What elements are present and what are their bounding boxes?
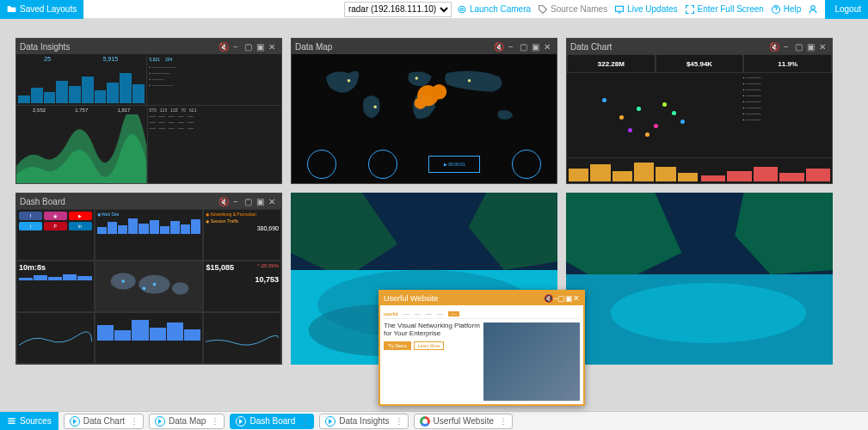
minimize-icon[interactable]: − (230, 40, 242, 52)
svg-point-9 (416, 77, 419, 80)
host-select[interactable]: radar (192.168.111.10) (344, 2, 452, 17)
more-icon[interactable]: ⋮ (211, 416, 219, 426)
panel-title: Dash Board (20, 197, 218, 206)
user-button[interactable] (808, 4, 818, 15)
panel-data-map[interactable]: Data Map 🔇 − ▢ ▣ ✕ (291, 38, 557, 184)
mute-icon[interactable]: 🔇 (768, 40, 780, 52)
mute-icon[interactable]: 🔇 (218, 40, 230, 52)
counter-widget: ▶ 00:00:01 (428, 156, 480, 173)
panel-body: 322.28M $45.94K 11.9% ▪ ─────▪ ─── (567, 54, 832, 183)
window-icon[interactable]: ▢ (242, 195, 254, 207)
svg-point-4 (811, 5, 816, 9)
saved-layouts-button[interactable]: Saved Layouts (0, 0, 83, 19)
source-pill-userful-website[interactable]: Userful Website⋮ (414, 414, 513, 429)
maximize-icon[interactable]: ▣ (804, 40, 816, 52)
source-names-button[interactable]: Source Names (538, 4, 607, 15)
window-icon[interactable]: ▢ (792, 40, 804, 52)
monitor-icon (614, 4, 625, 15)
panel-body: ▶ 00:00:01 (292, 54, 557, 183)
maximize-icon[interactable]: ▣ (565, 294, 573, 303)
stat-value: $45.94K (656, 54, 744, 73)
maximize-icon[interactable]: ▣ (254, 40, 266, 52)
layout-canvas[interactable]: Data Insights 🔇 − ▢ ▣ ✕ 25 5,915 5,82120… (0, 19, 868, 411)
svg-point-1 (460, 8, 463, 10)
stat-value: 322.28M (567, 54, 656, 73)
svg-point-17 (142, 287, 145, 291)
svg-rect-31 (8, 423, 15, 424)
window-icon[interactable]: ▢ (517, 40, 529, 52)
play-icon (70, 416, 80, 427)
close-icon[interactable]: ✕ (266, 40, 278, 52)
svg-point-6 (432, 84, 447, 100)
mute-icon[interactable]: 🔇 (218, 195, 230, 207)
saved-layouts-label: Saved Layouts (20, 4, 77, 14)
fullscreen-button[interactable]: Enter Full Screen (685, 4, 764, 15)
play-icon (325, 416, 336, 427)
svg-point-28 (611, 283, 806, 343)
svg-point-7 (415, 97, 427, 109)
logout-button[interactable]: Logout (825, 0, 868, 19)
close-icon[interactable]: ✕ (266, 195, 278, 207)
mute-icon[interactable]: 🔇 (493, 40, 505, 52)
more-icon[interactable]: ⋮ (300, 416, 308, 426)
window-icon[interactable]: ▢ (557, 294, 565, 303)
cta-secondary[interactable]: Learn More (414, 341, 445, 350)
svg-point-11 (373, 106, 377, 109)
minimize-icon[interactable]: − (780, 40, 792, 52)
more-icon[interactable]: ⋮ (499, 416, 507, 426)
window-icon[interactable]: ▢ (242, 40, 254, 52)
scenic-image (566, 193, 833, 365)
close-icon[interactable]: ✕ (573, 294, 580, 303)
camera-icon (457, 4, 467, 15)
launch-camera-button[interactable]: Launch Camera (457, 4, 531, 15)
maximize-icon[interactable]: ▣ (254, 195, 266, 207)
globe-widget (307, 150, 336, 179)
more-icon[interactable]: ⋮ (395, 416, 403, 426)
panel-data-chart[interactable]: Data Chart 🔇 − ▢ ▣ ✕ 322.28M $45.94K 11.… (566, 38, 833, 184)
folder-icon (7, 4, 16, 14)
source-pill-data-chart[interactable]: Data Chart⋮ (64, 414, 144, 429)
panel-lake-2[interactable] (566, 193, 833, 365)
globe-widget (368, 150, 397, 179)
live-updates-button[interactable]: Live Updates (614, 4, 677, 15)
mute-icon[interactable]: 🔇 (544, 294, 553, 303)
panel-userful-website[interactable]: Userful Website 🔇 − ▢ ▣ ✕ userful───────… (379, 290, 585, 406)
source-pill-data-insights[interactable]: Data Insights⋮ (319, 414, 408, 429)
chrome-icon (420, 416, 430, 427)
source-pill-data-map[interactable]: Data Map⋮ (149, 414, 225, 429)
panel-title: Data Chart (570, 42, 768, 52)
help-button[interactable]: Help (771, 4, 802, 15)
close-icon[interactable]: ✕ (816, 40, 828, 52)
cta-primary[interactable]: Try Demo (384, 341, 411, 350)
gauge-widget (512, 150, 541, 179)
sources-tab[interactable]: Sources (0, 412, 58, 431)
svg-point-14 (172, 282, 188, 294)
panel-title: Userful Website (384, 294, 544, 303)
legend: ▪ ─────▪ ─────▪ ─────▪ ─────▪ ─────▪ ───… (742, 73, 832, 157)
panel-title: Data Map (295, 42, 493, 52)
maximize-icon[interactable]: ▣ (529, 40, 541, 52)
minimize-icon[interactable]: − (505, 40, 517, 52)
svg-rect-29 (8, 418, 15, 419)
play-icon (236, 416, 246, 427)
panel-header[interactable]: Data Map 🔇 − ▢ ▣ ✕ (292, 39, 557, 54)
bar-chart (699, 158, 832, 183)
help-icon (771, 4, 781, 15)
panel-body: userful────────── The Visual Networking … (380, 305, 583, 404)
close-icon[interactable]: ✕ (541, 40, 553, 52)
more-icon[interactable]: ⋮ (130, 416, 138, 426)
panel-header[interactable]: Data Chart 🔇 − ▢ ▣ ✕ (567, 39, 832, 54)
panel-body: 25 5,915 5,821204 ▪ ────────▪ ──────▪ ──… (16, 54, 281, 183)
source-pill-dash-board[interactable]: Dash Board⋮ (230, 414, 314, 429)
hero-image (483, 322, 580, 401)
top-bar: Saved Layouts radar (192.168.111.10) Lau… (0, 0, 868, 19)
minimize-icon[interactable]: − (230, 195, 242, 207)
list-icon (7, 416, 16, 426)
panel-header[interactable]: Data Insights 🔇 − ▢ ▣ ✕ (16, 39, 281, 54)
panel-data-insights[interactable]: Data Insights 🔇 − ▢ ▣ ✕ 25 5,915 5,82120… (15, 38, 282, 184)
panel-dash-board[interactable]: Dash Board 🔇 − ▢ ▣ ✕ f◉▶ tPin ◉ Web Site… (15, 193, 282, 365)
panel-body: f◉▶ tPin ◉ Web Site ◉ Advertising & Prom… (16, 209, 281, 364)
panel-header[interactable]: Userful Website 🔇 − ▢ ▣ ✕ (380, 292, 583, 305)
scatter-plot (567, 73, 742, 157)
panel-header[interactable]: Dash Board 🔇 − ▢ ▣ ✕ (16, 194, 281, 209)
